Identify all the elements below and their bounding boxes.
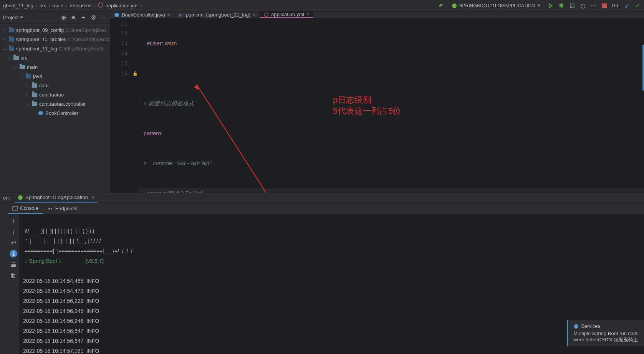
- crumb[interactable]: main: [53, 3, 63, 8]
- svg-point-1: [452, 3, 457, 8]
- editor: CBookController.java× mpom.xml (springbo…: [110, 12, 644, 193]
- run-config-label: SPRINGBOOT11LOGAPPLICATION: [459, 3, 535, 8]
- yaml-icon: [98, 2, 103, 9]
- svg-text:C: C: [116, 13, 118, 17]
- svg-point-8: [264, 13, 268, 17]
- chevron-down-icon[interactable]: [20, 17, 23, 18]
- scrollbar[interactable]: [642, 45, 644, 91]
- trash-icon[interactable]: 🗑: [10, 272, 17, 279]
- git-update-icon[interactable]: ↙: [623, 2, 630, 9]
- close-icon[interactable]: ×: [167, 12, 170, 18]
- code-content[interactable]: eUser: warn # 设置日志模板格式 pattern: # consol…: [139, 18, 644, 218]
- svg-text:C: C: [40, 111, 42, 115]
- expand-icon[interactable]: ≡: [70, 14, 77, 21]
- console-output[interactable]: \\/ ___)| |_)| | | | | || (_| | ) ) ) ) …: [19, 214, 644, 354]
- spring-icon: [18, 195, 23, 200]
- print-icon[interactable]: 🖶: [10, 261, 17, 268]
- navigation-bar: gboot_11_log› src› main› resources› appl…: [0, 0, 644, 12]
- annotation-text: p日志级别 5代表这一列占5位: [333, 95, 401, 116]
- crumb-file[interactable]: application.yml: [106, 3, 139, 8]
- tree-package[interactable]: ›com: [0, 81, 110, 90]
- run-tab-header[interactable]: Springboot11LogApplication ×: [15, 193, 98, 203]
- project-panel-tools: ⊕ ≡ ÷ ⚙ —: [60, 14, 107, 21]
- wrap-icon[interactable]: ↩: [10, 239, 17, 246]
- run-configuration-dropdown[interactable]: SPRINGBOOT11LOGAPPLICATION: [449, 2, 543, 9]
- endpoints-tab[interactable]: Endpoints: [43, 203, 82, 214]
- close-icon[interactable]: ×: [253, 12, 255, 18]
- editor-tab[interactable]: mpom.xml (springboot_11_log)×: [174, 12, 260, 18]
- gear-icon[interactable]: ⚙: [90, 14, 97, 21]
- tree-class-file[interactable]: CBookController: [0, 108, 110, 118]
- run-icon[interactable]: [547, 2, 554, 9]
- scroll-icon[interactable]: ⤓: [10, 250, 17, 258]
- down-icon[interactable]: ↓: [10, 228, 17, 235]
- console-tab[interactable]: Console: [8, 203, 43, 214]
- crumb[interactable]: src: [40, 3, 46, 8]
- coverage-icon[interactable]: [569, 2, 576, 9]
- console-toolbar: ↑ ↓ ↩ ⤓ 🖶 🗑: [8, 214, 19, 354]
- editor-tabs: CBookController.java× mpom.xml (springbo…: [110, 12, 644, 18]
- target-icon[interactable]: ⊕: [60, 14, 67, 21]
- lock-icon: 🔒: [131, 68, 139, 78]
- collapse-icon[interactable]: ÷: [80, 14, 87, 21]
- tree-package[interactable]: ⌄com.taotao.controller: [0, 99, 110, 108]
- tree-package[interactable]: ›com.taotao: [0, 90, 110, 99]
- git-commit-icon[interactable]: ✓: [634, 2, 641, 9]
- gutter-icons: 🔒: [131, 18, 139, 218]
- svg-rect-12: [13, 206, 17, 210]
- tool-window-stripe[interactable]: [0, 203, 8, 354]
- svg-point-11: [18, 195, 23, 200]
- breadcrumb[interactable]: gboot_11_log› src› main› resources› appl…: [3, 2, 142, 9]
- code-editor[interactable]: 111213141516 🔒 eUser: warn # 设置日志模板格式 pa…: [110, 18, 644, 218]
- svg-text:i: i: [576, 324, 577, 329]
- git-label: Git:: [612, 3, 619, 8]
- project-panel-title[interactable]: Project: [3, 15, 18, 20]
- close-icon[interactable]: ×: [306, 12, 309, 17]
- chevron-down-icon: [537, 5, 540, 7]
- console-icon: [12, 206, 18, 211]
- run-tool-window: un: Springboot11LogApplication × Console…: [0, 193, 644, 354]
- svg-text:m: m: [179, 13, 183, 17]
- hammer-icon[interactable]: [438, 2, 445, 9]
- tree-folder-src[interactable]: ⌄src: [0, 53, 110, 62]
- notification-balloon[interactable]: iServices Multiple Spring Boot run confi…: [567, 320, 644, 346]
- project-tree[interactable]: ›springboot_09_configC:\idea\SpringBoo ›…: [0, 24, 110, 119]
- run-label: un:: [3, 195, 10, 201]
- profile-icon[interactable]: ◷: [579, 2, 586, 9]
- minimize-icon[interactable]: —: [100, 14, 107, 21]
- endpoints-icon: [48, 206, 53, 211]
- tree-folder-main[interactable]: ⌄main: [0, 62, 110, 71]
- up-icon[interactable]: ↑: [10, 218, 17, 224]
- svg-point-13: [48, 208, 50, 209]
- svg-point-14: [51, 208, 52, 209]
- crumb[interactable]: resources: [70, 3, 91, 8]
- project-tool-window: Project ⊕ ≡ ÷ ⚙ — ›springboot_09_configC…: [0, 12, 110, 193]
- close-icon[interactable]: ×: [92, 194, 95, 200]
- dotted-icon[interactable]: ⋯: [590, 2, 597, 9]
- spring-icon: [452, 3, 457, 8]
- svg-rect-2: [602, 3, 607, 8]
- info-icon: i: [573, 324, 579, 329]
- stop-icon[interactable]: [601, 2, 608, 9]
- editor-tab[interactable]: CBookController.java×: [110, 12, 174, 18]
- tree-module[interactable]: ⌄springboot_11_logC:\idea\SpringBoot\s: [0, 44, 110, 53]
- tree-module[interactable]: ›springboot_10_profilesC:\idea\SpringBoo…: [0, 35, 110, 44]
- tree-module[interactable]: ›springboot_09_configC:\idea\SpringBoo: [0, 25, 110, 35]
- debug-icon[interactable]: ✱: [558, 2, 565, 9]
- tree-folder-java[interactable]: ⌄java: [0, 71, 110, 81]
- line-gutter: 111213141516: [110, 18, 131, 218]
- editor-tab-active[interactable]: application.yml×: [260, 12, 313, 18]
- svg-point-0: [98, 3, 103, 7]
- crumb[interactable]: gboot_11_log: [3, 3, 33, 8]
